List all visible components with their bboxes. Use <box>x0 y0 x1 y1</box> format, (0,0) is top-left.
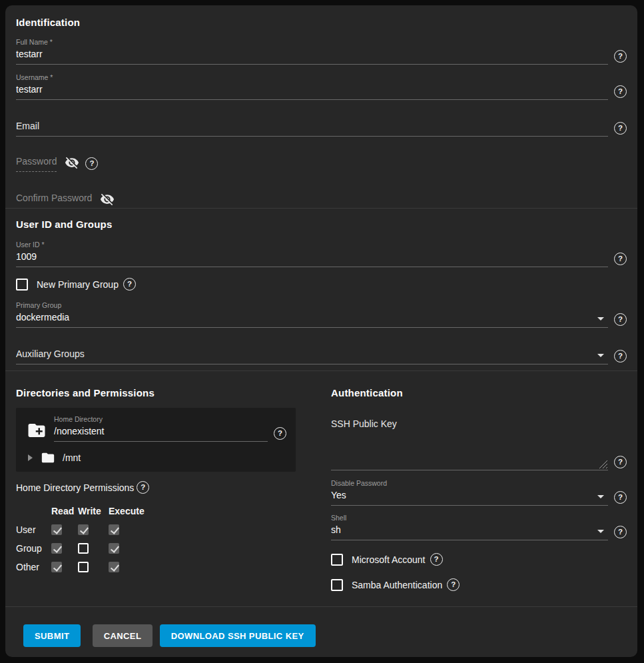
section-title-user-id-groups: User ID and Groups <box>16 219 627 230</box>
email-row: Email ? <box>16 119 627 137</box>
microsoft-account-checkbox[interactable] <box>331 554 343 566</box>
primary-group-select[interactable]: Primary Group dockermedia <box>16 301 608 328</box>
password-field[interactable]: Password <box>16 154 57 172</box>
auxiliary-groups-select[interactable]: Auxiliary Groups <box>16 346 608 364</box>
disable-password-row: Disable Password Yes ? <box>331 479 627 506</box>
home-directory-help-icon[interactable]: ? <box>274 427 286 440</box>
ssh-public-key-textarea[interactable] <box>331 429 608 470</box>
microsoft-account-row: Microsoft Account ? <box>331 553 627 566</box>
perm-user-execute-checkbox[interactable] <box>109 524 119 535</box>
directories-column: Directories and Permissions Home Directo… <box>5 371 320 606</box>
disable-password-help-icon[interactable]: ? <box>614 491 627 504</box>
disable-password-value[interactable]: Yes <box>331 488 608 506</box>
user-id-input[interactable]: 1009 <box>16 249 608 267</box>
samba-authentication-row: Samba Authentication ? <box>331 578 627 591</box>
section-title-authentication: Authentication <box>331 387 627 398</box>
home-directory-label: Home Directory <box>54 415 268 424</box>
perm-other-write-checkbox[interactable] <box>78 562 89 572</box>
perm-other-execute-checkbox[interactable] <box>109 562 119 572</box>
section-directories-authentication: Directories and Permissions Home Directo… <box>5 370 637 606</box>
expand-arrow-icon[interactable] <box>28 454 33 461</box>
primary-group-value[interactable]: dockermedia <box>16 310 608 328</box>
chevron-down-icon[interactable] <box>597 530 604 533</box>
visibility-off-icon <box>100 197 115 208</box>
perm-user-write-checkbox[interactable] <box>78 524 89 535</box>
perm-col-execute: Execute <box>109 506 149 516</box>
user-id-field[interactable]: User ID * 1009 <box>16 241 608 267</box>
home-directory-input[interactable]: /nonexistent <box>54 424 268 442</box>
user-id-row: User ID * 1009 ? <box>16 241 627 267</box>
password-help-icon[interactable]: ? <box>85 157 98 170</box>
auxiliary-groups-row: Auxiliary Groups ? <box>16 346 627 364</box>
resize-handle-icon[interactable] <box>599 460 607 468</box>
perm-other-read-checkbox[interactable] <box>51 562 62 572</box>
perm-group-execute-checkbox[interactable] <box>109 543 119 554</box>
microsoft-account-label: Microsoft Account <box>352 554 426 565</box>
primary-group-row: Primary Group dockermedia ? <box>16 301 627 328</box>
download-ssh-public-key-button[interactable]: DOWNLOAD SSH PUBLIC KEY <box>160 624 316 647</box>
username-row: Username * testarr ? <box>16 73 627 100</box>
authentication-column: Authentication SSH Public Key ? Disable … <box>320 371 637 606</box>
user-id-help-icon[interactable]: ? <box>614 253 627 265</box>
password-visibility-toggle[interactable] <box>65 155 79 170</box>
home-directory-permissions-help-icon[interactable]: ? <box>137 481 149 494</box>
disable-password-select[interactable]: Disable Password Yes <box>331 479 608 506</box>
create-folder-icon[interactable] <box>25 420 48 440</box>
confirm-password-visibility-toggle[interactable] <box>100 192 115 207</box>
confirm-password-input[interactable]: Confirm Password <box>16 191 92 208</box>
home-directory-panel: Home Directory /nonexistent ? /mnt <box>16 408 296 472</box>
ssh-public-key-row: ? <box>331 429 627 470</box>
user-id-label: User ID * <box>16 241 608 249</box>
chevron-down-icon[interactable] <box>597 317 604 321</box>
new-primary-group-checkbox[interactable] <box>16 279 28 291</box>
password-input[interactable]: Password <box>16 154 57 172</box>
section-title-directories: Directories and Permissions <box>16 387 306 398</box>
samba-authentication-checkbox[interactable] <box>331 579 343 591</box>
shell-select[interactable]: Shell sh <box>331 514 608 540</box>
full-name-help-icon[interactable]: ? <box>614 50 627 63</box>
perm-group-write-checkbox[interactable] <box>78 543 89 554</box>
auxiliary-groups-value[interactable]: Auxiliary Groups <box>16 346 608 364</box>
home-directory-permissions-row: Home Directory Permissions ? <box>16 481 306 494</box>
disable-password-label: Disable Password <box>331 479 608 488</box>
full-name-field[interactable]: Full Name * testarr <box>16 38 608 65</box>
form-actions: SUBMIT CANCEL DOWNLOAD SSH PUBLIC KEY <box>5 606 637 657</box>
full-name-row: Full Name * testarr ? <box>16 38 627 65</box>
perm-col-write: Write <box>78 506 109 516</box>
full-name-input[interactable]: testarr <box>16 47 608 65</box>
auxiliary-groups-help-icon[interactable]: ? <box>614 350 627 362</box>
tree-node-label: /mnt <box>63 452 81 463</box>
new-primary-group-help-icon[interactable]: ? <box>123 278 136 291</box>
section-identification: Identification Full Name * testarr ? Use… <box>5 5 637 208</box>
shell-help-icon[interactable]: ? <box>614 526 627 538</box>
home-directory-row: Home Directory /nonexistent ? <box>25 415 286 442</box>
email-field[interactable]: Email <box>16 119 608 137</box>
samba-authentication-help-icon[interactable]: ? <box>447 578 460 591</box>
new-primary-group-row: New Primary Group ? <box>16 278 627 291</box>
username-help-icon[interactable]: ? <box>614 85 627 98</box>
home-directory-permissions-label: Home Directory Permissions <box>16 482 134 493</box>
microsoft-account-help-icon[interactable]: ? <box>430 553 443 566</box>
submit-button[interactable]: SUBMIT <box>23 624 81 647</box>
cancel-button[interactable]: CANCEL <box>93 624 153 647</box>
permissions-grid: Read Write Execute User Group Other <box>16 506 306 572</box>
page-background: Identification Full Name * testarr ? Use… <box>0 0 644 663</box>
username-field[interactable]: Username * testarr <box>16 73 608 100</box>
shell-value[interactable]: sh <box>331 522 608 540</box>
ssh-public-key-label: SSH Public Key <box>331 418 627 429</box>
home-directory-field[interactable]: Home Directory /nonexistent <box>54 415 268 442</box>
perm-col-read: Read <box>51 506 78 516</box>
confirm-password-field[interactable]: Confirm Password <box>16 191 92 208</box>
perm-user-read-checkbox[interactable] <box>51 524 62 535</box>
username-input[interactable]: testarr <box>16 82 608 100</box>
ssh-public-key-help-icon[interactable]: ? <box>614 456 627 468</box>
perm-group-read-checkbox[interactable] <box>51 543 62 554</box>
chevron-down-icon[interactable] <box>597 354 604 357</box>
tree-node-mnt[interactable]: /mnt <box>25 450 286 465</box>
email-help-icon[interactable]: ? <box>614 122 627 135</box>
user-form-card: Identification Full Name * testarr ? Use… <box>5 5 637 657</box>
email-input[interactable]: Email <box>16 119 608 137</box>
password-row: Password ? <box>16 154 627 172</box>
chevron-down-icon[interactable] <box>597 495 604 498</box>
primary-group-help-icon[interactable]: ? <box>614 313 627 326</box>
